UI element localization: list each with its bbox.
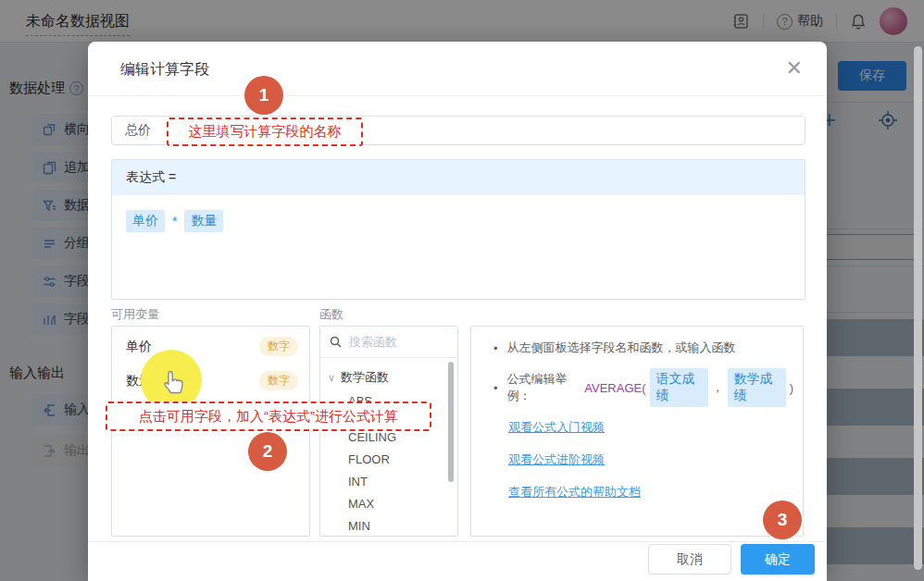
hand-cursor-icon — [162, 369, 186, 397]
tips-panel: • 从左侧面板选择字段名和函数，或输入函数 • 公式编辑举例：AVERAGE( … — [470, 326, 804, 537]
link-formula-advanced-video[interactable]: 观看公式进阶视频 — [508, 451, 793, 468]
step-badge-1: 1 — [244, 76, 283, 115]
step-badge-2: 2 — [248, 432, 287, 471]
bullet-icon: • — [493, 341, 498, 355]
link-formula-help-docs[interactable]: 查看所有公式的帮助文档 — [508, 484, 793, 501]
close-icon[interactable]: ✕ — [786, 58, 803, 79]
function-list-scrollbar[interactable] — [448, 362, 454, 482]
function-search[interactable] — [320, 327, 457, 358]
functions-panel: ∨ 数学函数 ABS CEILING FLOOR INT MAX MIN — [319, 326, 458, 537]
example-comma: ， — [712, 379, 724, 396]
function-item[interactable]: MAX — [320, 497, 457, 511]
function-item[interactable]: INT — [320, 475, 457, 488]
function-item[interactable]: MIN — [320, 519, 457, 533]
chevron-down-icon: ∨ — [328, 372, 335, 384]
annotation-note-click-field: 点击可用字段，加入“表达式”进行公式计算 — [106, 402, 431, 431]
expression-field-chip[interactable]: 单价 — [126, 210, 165, 232]
type-badge: 数字 — [259, 371, 298, 390]
divider — [88, 541, 827, 542]
dialog-title: 编辑计算字段 — [120, 60, 209, 80]
function-item[interactable]: FLOOR — [320, 452, 457, 466]
variable-row[interactable]: 单价 数字 — [112, 332, 309, 361]
example-field-chip: 语文成绩 — [650, 368, 708, 407]
expression-field-chip[interactable]: 数量 — [184, 210, 223, 232]
annotation-note-field-name: 这里填写计算字段的名称 — [167, 117, 363, 146]
function-search-input[interactable] — [349, 335, 432, 349]
search-icon — [330, 336, 342, 348]
example-field-chip: 数学成绩 — [728, 368, 786, 407]
function-group-label: 数学函数 — [341, 369, 389, 386]
confirm-button[interactable]: 确定 — [741, 544, 815, 575]
available-vars-panel: 单价 数字 数量 数字 — [111, 326, 310, 537]
expression-operator: * — [172, 214, 177, 229]
variable-name: 单价 — [126, 339, 152, 355]
bullet-icon: • — [493, 381, 498, 395]
expression-editor[interactable]: 表达式 = 单价 * 数量 — [111, 159, 805, 300]
tip-example-prefix: 公式编辑举例： — [507, 371, 581, 404]
available-vars-label: 可用变量 — [111, 306, 159, 323]
divider — [88, 95, 827, 96]
link-formula-intro-video[interactable]: 观看公式入门视频 — [508, 419, 793, 436]
function-group[interactable]: ∨ 数学函数 — [320, 358, 457, 386]
step-badge-3: 3 — [763, 501, 802, 539]
functions-label: 函数 — [319, 306, 343, 323]
example-function-name: AVERAGE( — [584, 381, 645, 395]
page-scrollbar[interactable] — [914, 46, 922, 570]
expression-label: 表达式 = — [112, 160, 805, 195]
function-item[interactable]: CEILING — [320, 430, 457, 444]
cancel-button[interactable]: 取消 — [648, 544, 731, 575]
app-window: 未命名数据视图 ? 帮助 — [0, 0, 924, 581]
tip-text: 从左侧面板选择字段名和函数，或输入函数 — [507, 340, 736, 356]
type-badge: 数字 — [259, 337, 298, 356]
example-close-paren: ) — [790, 381, 793, 395]
